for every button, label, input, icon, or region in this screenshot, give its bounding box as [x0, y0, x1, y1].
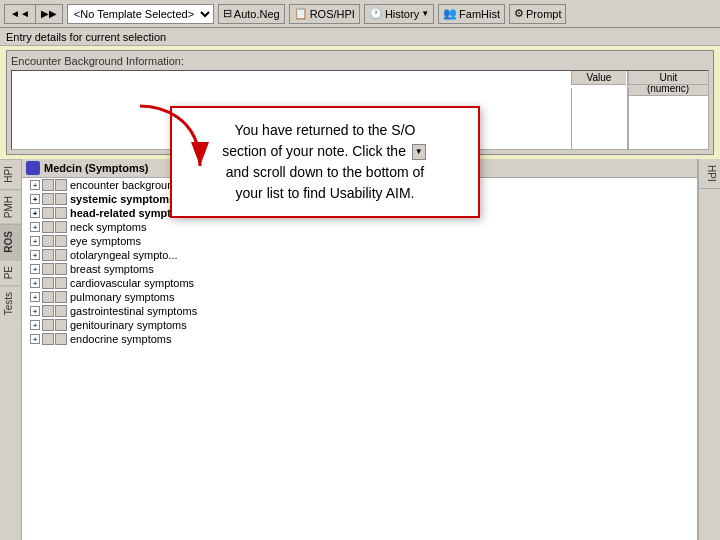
main-area: Encounter Background Information: Durati…: [0, 46, 720, 540]
list-item[interactable]: + pulmonary symptoms: [22, 290, 697, 304]
entry-details-label: Encounter Background Information:: [11, 55, 709, 67]
tree-icons: [42, 277, 67, 289]
tree-icons: [42, 263, 67, 275]
expand-icon[interactable]: +: [30, 236, 40, 246]
tree-icons: [42, 235, 67, 247]
list-item[interactable]: + cardiovascular symptoms: [22, 276, 697, 290]
nav-back-button[interactable]: ◄◄: [5, 5, 36, 23]
tab-ros[interactable]: ROS: [0, 224, 21, 259]
expand-icon[interactable]: +: [30, 180, 40, 190]
expand-icon[interactable]: +: [30, 208, 40, 218]
list-item[interactable]: + genitourinary symptoms: [22, 318, 697, 332]
value-col-header: Value: [571, 71, 626, 85]
tab-hpi-right[interactable]: HPI: [699, 159, 720, 189]
value-col: [571, 88, 626, 149]
icon-box-1: [42, 179, 54, 191]
second-row: Entry details for current selection: [0, 28, 720, 46]
tooltip-line5: your list to find Usability AIM.: [236, 185, 415, 201]
icon-box-2: [55, 319, 67, 331]
auto-neg-button[interactable]: ⊟ Auto.Neg: [218, 4, 285, 24]
auto-neg-icon: ⊟: [223, 7, 232, 20]
icon-box-1: [42, 319, 54, 331]
prompt-icon: ⚙: [514, 7, 524, 20]
fam-hist-button[interactable]: 👥 FamHist: [438, 4, 505, 24]
icon-box-2: [55, 235, 67, 247]
fam-hist-label: FamHist: [459, 8, 500, 20]
entry-details-text: Entry details for current selection: [6, 31, 166, 43]
tree-icons: [42, 291, 67, 303]
list-item[interactable]: + gastrointestinal symptoms: [22, 304, 697, 318]
expand-icon[interactable]: +: [30, 292, 40, 302]
item-label: endocrine symptoms: [70, 333, 172, 345]
prompt-label: Prompt: [526, 8, 561, 20]
tree-icons: [42, 179, 67, 191]
history-icon: 🕐: [369, 7, 383, 20]
item-label: otolaryngeal sympto...: [70, 249, 178, 261]
icon-box-2: [55, 263, 67, 275]
icon-box-2: [55, 193, 67, 205]
expand-icon[interactable]: +: [30, 320, 40, 330]
icon-box-1: [42, 235, 54, 247]
icon-box-2: [55, 221, 67, 233]
expand-icon[interactable]: +: [30, 278, 40, 288]
icon-box-1: [42, 249, 54, 261]
list-item[interactable]: + neck symptoms: [22, 220, 697, 234]
list-item[interactable]: + otolaryngeal sympto...: [22, 248, 697, 262]
icon-box-1: [42, 221, 54, 233]
icon-box-2: [55, 207, 67, 219]
tree-icons: [42, 249, 67, 261]
tree-icons: [42, 305, 67, 317]
ros-hpi-icon: 📋: [294, 7, 308, 20]
tree-header-icon: [26, 161, 40, 175]
fam-hist-icon: 👥: [443, 7, 457, 20]
icon-box-1: [42, 193, 54, 205]
nav-forward-button[interactable]: ▶▶: [36, 5, 62, 23]
tab-hpi[interactable]: HPI: [0, 159, 21, 189]
icon-box-2: [55, 179, 67, 191]
expand-icon[interactable]: +: [30, 334, 40, 344]
expand-icon[interactable]: +: [30, 250, 40, 260]
tree-icons: [42, 333, 67, 345]
icon-box-2: [55, 249, 67, 261]
icon-box-1: [42, 277, 54, 289]
tree-icons: [42, 319, 67, 331]
list-item[interactable]: + eye symptoms: [22, 234, 697, 248]
ros-hpi-button[interactable]: 📋 ROS/HPI: [289, 4, 360, 24]
icon-box-1: [42, 263, 54, 275]
item-label: breast symptoms: [70, 263, 154, 275]
tab-pe[interactable]: PE: [0, 259, 21, 285]
item-label: genitourinary symptoms: [70, 319, 187, 331]
item-label: systemic symptoms: [70, 193, 175, 205]
history-button[interactable]: 🕐 History ▼: [364, 4, 434, 24]
expand-icon[interactable]: +: [30, 194, 40, 204]
icon-box-1: [42, 333, 54, 345]
red-arrow-annotation: [120, 96, 220, 186]
icon-box-1: [42, 291, 54, 303]
icon-box-2: [55, 291, 67, 303]
tab-tests[interactable]: Tests: [0, 285, 21, 321]
expand-icon[interactable]: +: [30, 306, 40, 316]
tree-icons: [42, 193, 67, 205]
item-label: neck symptoms: [70, 221, 146, 233]
icon-box-1: [42, 207, 54, 219]
list-item[interactable]: + endocrine symptoms: [22, 332, 697, 346]
item-label: pulmonary symptoms: [70, 291, 175, 303]
history-dropdown-arrow[interactable]: ▼: [421, 9, 429, 18]
list-item[interactable]: + breast symptoms: [22, 262, 697, 276]
expand-icon[interactable]: +: [30, 222, 40, 232]
icon-box-2: [55, 305, 67, 317]
prompt-button[interactable]: ⚙ Prompt: [509, 4, 566, 24]
tooltip-line1: You have returned to the S/O: [235, 122, 416, 138]
item-label: gastrointestinal symptoms: [70, 305, 197, 317]
inline-dropdown-arrow[interactable]: ▼: [412, 144, 426, 160]
dropdown-arrow-icon: ▼: [415, 146, 423, 158]
expand-icon[interactable]: +: [30, 264, 40, 274]
template-select[interactable]: <No Template Selected>: [67, 4, 214, 24]
tree-icons: [42, 221, 67, 233]
icon-box-1: [42, 305, 54, 317]
auto-neg-label: Auto.Neg: [234, 8, 280, 20]
tab-pmh[interactable]: PMH: [0, 189, 21, 224]
unit-col-header: Unit: [628, 71, 708, 85]
nav-buttons[interactable]: ◄◄ ▶▶: [4, 4, 63, 24]
unit-col: [628, 88, 708, 149]
